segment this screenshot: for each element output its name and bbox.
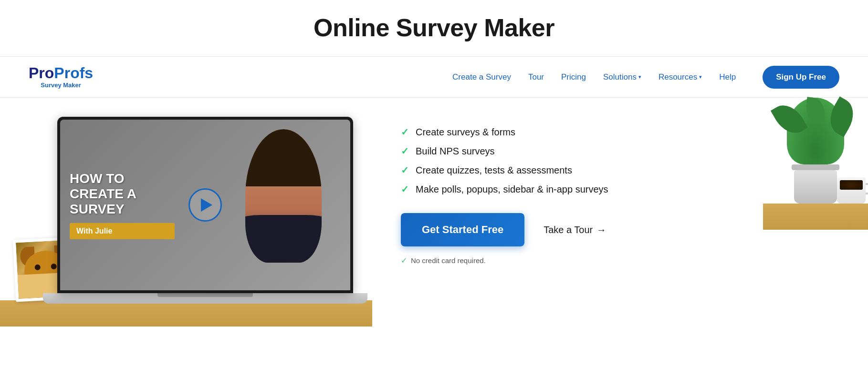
check-icon-2: ✓ [401, 145, 409, 157]
nav-resources[interactable]: Resources ▾ [659, 72, 702, 82]
plant-pot [787, 98, 844, 204]
desk [0, 300, 372, 327]
nav-pricing[interactable]: Pricing [561, 72, 586, 82]
video-text-area: HOW TO CREATE A SURVEY With Julie [70, 171, 175, 239]
hero-left: HOW TO CREATE A SURVEY With Julie [0, 98, 372, 327]
hero-decoration [763, 98, 868, 230]
nav-links: Create a Survey Tour Pricing Solutions ▾… [452, 66, 839, 89]
hero-right: ✓ Create surveys & forms ✓ Build NPS sur… [372, 98, 763, 294]
plant-leaf-1 [771, 99, 808, 140]
mug-body [837, 177, 866, 204]
mug-coffee [840, 180, 863, 190]
no-card-row: ✓ No credit card required. [401, 256, 725, 265]
resources-chevron-icon: ▾ [699, 74, 702, 80]
laptop-hinge [157, 293, 253, 297]
list-item: ✓ Build NPS surveys [401, 145, 725, 157]
take-a-tour-link[interactable]: Take a Tour → [544, 225, 606, 235]
tour-arrow-icon: → [596, 225, 606, 235]
dog-eye-left [34, 265, 41, 271]
laptop-base [43, 293, 367, 304]
video-title: HOW TO CREATE A SURVEY [70, 171, 175, 217]
logo-text: ProProfs [29, 65, 93, 81]
navbar: ProProfs Survey Maker Create a Survey To… [0, 57, 868, 98]
coffee-mug [837, 177, 866, 204]
no-card-check-icon: ✓ [401, 256, 407, 265]
cta-row: Get Started Free Take a Tour → [401, 213, 725, 246]
feature-text-4: Make polls, popups, sidebar & in-app sur… [416, 184, 608, 195]
plant-leaf-3 [805, 97, 826, 124]
desk-right [763, 204, 868, 230]
feature-text-3: Create quizzes, tests & assessments [416, 165, 572, 176]
pot-rim [792, 164, 839, 170]
signup-button[interactable]: Sign Up Free [763, 66, 839, 89]
feature-text-1: Create surveys & forms [416, 127, 515, 138]
screen-content: HOW TO CREATE A SURVEY With Julie [60, 120, 350, 290]
check-icon-4: ✓ [401, 184, 409, 195]
list-item: ✓ Make polls, popups, sidebar & in-app s… [401, 184, 725, 195]
person-figure [245, 129, 322, 263]
mug-handle [866, 183, 868, 194]
plant-leaves [787, 98, 844, 164]
logo-pro: Pro [29, 64, 54, 82]
plant-leaf-2 [823, 96, 860, 137]
laptop-screen: HOW TO CREATE A SURVEY With Julie [57, 117, 353, 293]
person-hair [245, 129, 322, 186]
hero-section: HOW TO CREATE A SURVEY With Julie [0, 98, 868, 327]
logo[interactable]: ProProfs Survey Maker [29, 65, 93, 89]
page-title: Online Survey Maker [0, 13, 868, 42]
solutions-chevron-icon: ▾ [638, 74, 641, 80]
laptop: HOW TO CREATE A SURVEY With Julie [57, 117, 372, 304]
logo-profs: Profs [54, 64, 93, 82]
nav-tour[interactable]: Tour [528, 72, 544, 82]
person-shoulders [245, 215, 322, 263]
feature-text-2: Build NPS surveys [416, 146, 495, 157]
tour-label: Take a Tour [544, 225, 593, 235]
nav-help[interactable]: Help [719, 72, 736, 82]
check-icon-1: ✓ [401, 126, 409, 138]
feature-list: ✓ Create surveys & forms ✓ Build NPS sur… [401, 126, 725, 195]
top-title-bar: Online Survey Maker [0, 0, 868, 57]
dog-eye-right [51, 264, 57, 270]
nav-create-survey[interactable]: Create a Survey [452, 72, 511, 82]
pot-body [794, 170, 837, 204]
nav-solutions[interactable]: Solutions ▾ [603, 72, 641, 82]
list-item: ✓ Create surveys & forms [401, 126, 725, 138]
play-triangle-icon [201, 198, 212, 212]
logo-subtitle: Survey Maker [29, 82, 93, 89]
play-button[interactable] [188, 188, 222, 222]
list-item: ✓ Create quizzes, tests & assessments [401, 164, 725, 176]
video-subtitle-bar: With Julie [70, 223, 175, 239]
video-subtitle-text: With Julie [76, 226, 112, 235]
get-started-button[interactable]: Get Started Free [401, 213, 524, 246]
check-icon-3: ✓ [401, 164, 409, 176]
no-card-text: No credit card required. [411, 256, 486, 265]
